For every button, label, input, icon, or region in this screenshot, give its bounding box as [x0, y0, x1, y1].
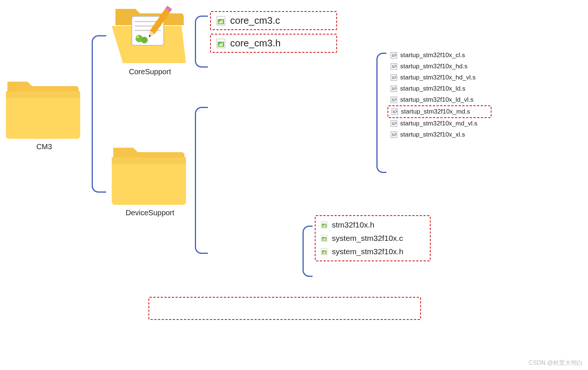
brace-device	[195, 107, 208, 254]
asm-icon	[391, 52, 397, 59]
file-label: startup_stm32f10x_hd.s	[400, 63, 467, 70]
file-label: startup_stm32f10x_ld_vl.s	[400, 96, 474, 104]
file-startup-md-vl[interactable]: startup_stm32f10x_md_vl.s	[388, 118, 491, 129]
folder-coresupport-label: CoreSupport	[109, 68, 191, 76]
file-startup-ld[interactable]: startup_stm32f10x_ld.s	[388, 83, 491, 94]
file-startup-xl[interactable]: startup_stm32f10x_xl.s	[388, 129, 491, 140]
file-startup-cl[interactable]: startup_stm32f10x_cl.s	[388, 50, 491, 61]
file-label: stm32f10x.h	[332, 220, 374, 229]
folder-cm3: CM3	[0, 75, 88, 151]
file-label: startup_stm32f10x_md_vl.s	[400, 120, 477, 127]
asm-icon	[391, 120, 397, 127]
brace-system	[303, 226, 313, 277]
system-files-box: stm32f10x.h system_stm32f10x.c system_st…	[315, 215, 431, 261]
source-icon	[321, 235, 328, 242]
asm-icon	[391, 131, 397, 138]
file-label: system_stm32f10x.h	[332, 247, 404, 256]
watermark: CSDN @村里大明白	[529, 359, 583, 367]
source-icon	[321, 221, 328, 229]
file-startup-md[interactable]: startup_stm32f10x_md.s	[388, 105, 491, 118]
folder-devicesupport: DeviceSupport	[109, 141, 191, 217]
asm-icon	[391, 74, 397, 81]
file-label: system_stm32f10x.c	[332, 234, 403, 243]
file-core-cm3-c[interactable]: core_cm3.c	[210, 11, 337, 30]
file-startup-hd[interactable]: startup_stm32f10x_hd.s	[388, 61, 491, 72]
file-startup-hd-vl[interactable]: startup_stm32f10x_hd_vl.s	[388, 72, 491, 83]
brace-core	[195, 16, 208, 68]
file-startup-ld-vl[interactable]: startup_stm32f10x_ld_vl.s	[388, 94, 491, 105]
file-system-stm32f10x-h[interactable]: system_stm32f10x.h	[317, 245, 428, 258]
empty-highlight-box	[148, 297, 421, 320]
source-icon	[321, 248, 328, 255]
brace-startup	[376, 53, 386, 173]
file-system-stm32f10x-c[interactable]: system_stm32f10x.c	[317, 232, 428, 245]
file-stm32f10x-h[interactable]: stm32f10x.h	[317, 218, 428, 232]
asm-icon	[391, 63, 397, 70]
file-label: startup_stm32f10x_hd_vl.s	[400, 74, 476, 81]
file-label: startup_stm32f10x_xl.s	[400, 131, 465, 138]
asm-icon	[391, 108, 398, 115]
file-label: startup_stm32f10x_md.s	[401, 108, 470, 115]
folder-cm3-label: CM3	[0, 143, 88, 151]
source-icon	[216, 16, 226, 26]
folder-devicesupport-label: DeviceSupport	[109, 209, 191, 217]
brace-cm3	[92, 35, 106, 193]
folder-coresupport: CoreSupport	[109, 4, 191, 76]
file-core-cm3-h[interactable]: core_cm3.h	[210, 34, 337, 53]
file-label: core_cm3.h	[230, 37, 281, 49]
source-icon	[216, 38, 226, 49]
file-label: startup_stm32f10x_ld.s	[400, 85, 466, 92]
file-label: core_cm3.c	[230, 15, 280, 26]
asm-icon	[391, 96, 397, 103]
startup-files-box: startup_stm32f10x_cl.s startup_stm32f10x…	[388, 50, 491, 140]
core-files-box: core_cm3.c core_cm3.h	[210, 11, 337, 53]
file-label: startup_stm32f10x_cl.s	[400, 52, 465, 59]
asm-icon	[391, 85, 397, 92]
